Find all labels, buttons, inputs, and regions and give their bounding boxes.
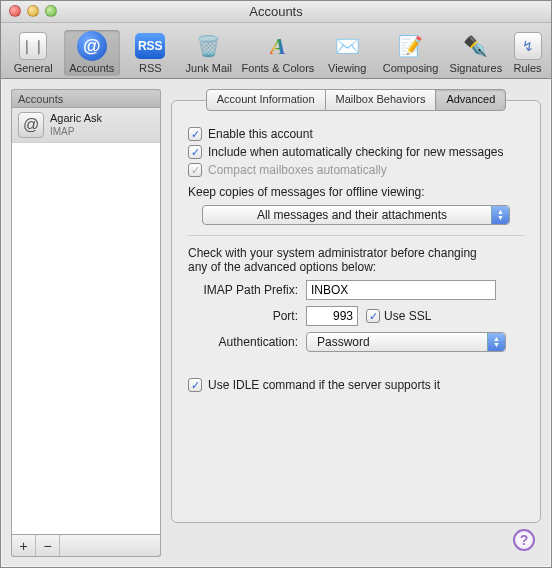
- compact-mailboxes-label: Compact mailboxes automatically: [208, 163, 387, 177]
- use-ssl-label: Use SSL: [384, 309, 431, 323]
- zoom-icon[interactable]: [45, 5, 57, 17]
- toolbar-label: Viewing: [328, 62, 366, 74]
- authentication-select[interactable]: Password ▲▼: [306, 332, 506, 352]
- offline-messages-select[interactable]: All messages and their attachments ▲▼: [202, 205, 510, 225]
- toolbar-label: General: [14, 62, 53, 74]
- toolbar-item-accounts[interactable]: @ Accounts: [64, 30, 121, 76]
- toolbar-label: Accounts: [69, 62, 114, 74]
- viewing-icon: ✉️: [331, 30, 363, 62]
- authentication-label: Authentication:: [188, 335, 306, 349]
- rss-icon: RSS: [135, 33, 165, 59]
- toolbar-item-rules[interactable]: ↯ Rules: [508, 30, 547, 76]
- port-label: Port:: [188, 309, 306, 323]
- toolbar-item-junk[interactable]: 🗑️ Junk Mail: [181, 30, 238, 76]
- preferences-toolbar: ❘❘ General @ Accounts RSS RSS 🗑️ Junk Ma…: [1, 23, 551, 79]
- sidebar-header: Accounts: [11, 89, 161, 107]
- sidebar-footer: + −: [11, 535, 161, 557]
- imap-prefix-label: IMAP Path Prefix:: [188, 283, 306, 297]
- use-idle-label: Use IDLE command if the server supports …: [208, 378, 440, 392]
- authentication-value: Password: [317, 335, 370, 349]
- minimize-icon[interactable]: [27, 5, 39, 17]
- toolbar-label: Junk Mail: [186, 62, 232, 74]
- imap-prefix-input[interactable]: [306, 280, 496, 300]
- toolbar-item-general[interactable]: ❘❘ General: [5, 30, 62, 76]
- enable-account-checkbox[interactable]: ✓: [188, 127, 202, 141]
- junk-icon: 🗑️: [193, 30, 225, 62]
- port-input[interactable]: [306, 306, 358, 326]
- settings-pane: Account Information Mailbox Behaviors Ad…: [171, 89, 541, 557]
- account-type: IMAP: [50, 125, 102, 138]
- use-ssl-checkbox[interactable]: ✓: [366, 309, 380, 323]
- toolbar-item-composing[interactable]: 📝 Composing: [377, 30, 443, 76]
- tab-mailbox-behaviors[interactable]: Mailbox Behaviors: [325, 89, 437, 111]
- accounts-list[interactable]: @ Agaric Ask IMAP: [11, 107, 161, 535]
- include-auto-check-checkbox[interactable]: ✓: [188, 145, 202, 159]
- advanced-pane: ✓ Enable this account ✓ Include when aut…: [171, 100, 541, 523]
- toolbar-item-signatures[interactable]: ✒️ Signatures: [446, 30, 506, 76]
- signatures-icon: ✒️: [460, 30, 492, 62]
- account-item[interactable]: @ Agaric Ask IMAP: [12, 108, 160, 143]
- close-icon[interactable]: [9, 5, 21, 17]
- toolbar-item-rss[interactable]: RSS RSS: [122, 30, 179, 76]
- toolbar-label: Rules: [513, 62, 541, 74]
- offline-caption: Keep copies of messages for offline view…: [188, 185, 524, 199]
- toolbar-label: Fonts & Colors: [242, 62, 315, 74]
- toolbar-label: Signatures: [450, 62, 503, 74]
- divider: [188, 235, 524, 236]
- toolbar-label: RSS: [139, 62, 162, 74]
- add-account-button[interactable]: +: [12, 535, 36, 556]
- content-area: Accounts @ Agaric Ask IMAP + − Account I…: [1, 79, 551, 567]
- composing-icon: 📝: [395, 30, 427, 62]
- include-auto-check-label: Include when automatically checking for …: [208, 145, 504, 159]
- accounts-sidebar: Accounts @ Agaric Ask IMAP + −: [11, 89, 161, 557]
- chevron-up-down-icon: ▲▼: [487, 333, 505, 351]
- enable-account-label: Enable this account: [208, 127, 313, 141]
- toolbar-label: Composing: [383, 62, 439, 74]
- tab-advanced[interactable]: Advanced: [435, 89, 506, 111]
- toolbar-item-viewing[interactable]: ✉️ Viewing: [319, 30, 376, 76]
- help-button[interactable]: ?: [513, 529, 535, 551]
- at-icon: @: [77, 31, 107, 61]
- admin-note: any of the advanced options below:: [188, 260, 524, 274]
- chevron-up-down-icon: ▲▼: [491, 206, 509, 224]
- tab-bar: Account Information Mailbox Behaviors Ad…: [171, 89, 541, 111]
- rules-icon: ↯: [514, 32, 542, 60]
- tab-account-information[interactable]: Account Information: [206, 89, 326, 111]
- admin-note: Check with your system administrator bef…: [188, 246, 524, 260]
- toolbar-item-fonts-colors[interactable]: A Fonts & Colors: [239, 30, 317, 76]
- account-name: Agaric Ask: [50, 112, 102, 125]
- preferences-window: Accounts ❘❘ General @ Accounts RSS RSS 🗑…: [0, 0, 552, 568]
- titlebar: Accounts: [1, 1, 551, 23]
- compact-mailboxes-checkbox: ✓: [188, 163, 202, 177]
- switches-icon: ❘❘: [19, 32, 47, 60]
- fonts-icon: A: [270, 33, 286, 60]
- window-controls: [9, 5, 57, 17]
- at-icon: @: [18, 112, 44, 138]
- use-idle-checkbox[interactable]: ✓: [188, 378, 202, 392]
- offline-messages-value: All messages and their attachments: [213, 208, 491, 222]
- remove-account-button[interactable]: −: [36, 535, 60, 556]
- window-title: Accounts: [249, 4, 302, 19]
